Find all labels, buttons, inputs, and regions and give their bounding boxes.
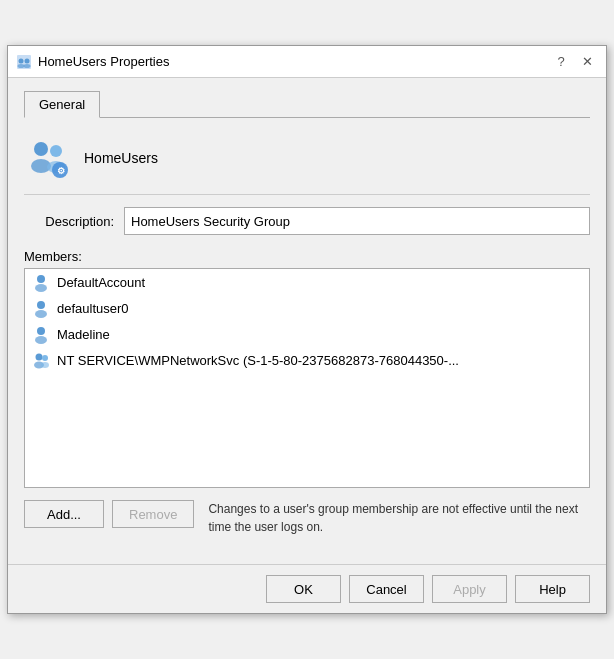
dialog-window: HomeUsers Properties ? ✕ General <box>7 45 607 614</box>
title-bar: HomeUsers Properties ? ✕ <box>8 46 606 78</box>
member-name: DefaultAccount <box>57 275 145 290</box>
svg-point-3 <box>18 64 25 68</box>
group-name: HomeUsers <box>84 150 158 166</box>
member-name: defaultuser0 <box>57 301 129 316</box>
dialog-body: General ⚙ HomeUsers Descriptio <box>8 78 606 564</box>
help-button[interactable]: ? <box>550 51 572 73</box>
user-icon <box>31 324 51 344</box>
svg-point-1 <box>19 58 24 63</box>
members-buttons: Add... Remove <box>24 500 194 528</box>
svg-point-7 <box>50 145 62 157</box>
members-controls: Add... Remove Changes to a user's group … <box>24 500 590 536</box>
svg-point-13 <box>37 301 45 309</box>
dialog-footer: OK Cancel Apply Help <box>8 564 606 613</box>
members-note: Changes to a user's group membership are… <box>208 500 590 536</box>
cancel-button[interactable]: Cancel <box>349 575 424 603</box>
svg-point-2 <box>25 58 30 63</box>
close-button[interactable]: ✕ <box>576 51 598 73</box>
member-name: Madeline <box>57 327 110 342</box>
svg-point-12 <box>35 284 47 292</box>
title-bar-left: HomeUsers Properties <box>16 54 170 70</box>
window-icon <box>16 54 32 70</box>
svg-point-16 <box>35 336 47 344</box>
list-item[interactable]: defaultuser0 <box>25 295 589 321</box>
window-title: HomeUsers Properties <box>38 54 170 69</box>
group-icon-container: ⚙ <box>24 134 72 182</box>
member-name: NT SERVICE\WMPNetworkSvc (S-1-5-80-23756… <box>57 353 459 368</box>
add-button[interactable]: Add... <box>24 500 104 528</box>
tab-general[interactable]: General <box>24 91 100 118</box>
service-icon <box>31 350 51 370</box>
svg-point-11 <box>37 275 45 283</box>
description-label: Description: <box>24 214 114 229</box>
group-icon: ⚙ <box>24 134 72 182</box>
group-header: ⚙ HomeUsers <box>24 134 590 195</box>
svg-point-4 <box>24 64 31 68</box>
apply-button[interactable]: Apply <box>432 575 507 603</box>
svg-point-5 <box>34 142 48 156</box>
svg-point-17 <box>36 354 43 361</box>
remove-button[interactable]: Remove <box>112 500 194 528</box>
user-icon <box>31 298 51 318</box>
svg-point-19 <box>42 355 48 361</box>
members-label: Members: <box>24 249 590 264</box>
members-list[interactable]: DefaultAccount defaultuser0 Madeline <box>24 268 590 488</box>
svg-point-14 <box>35 310 47 318</box>
svg-text:⚙: ⚙ <box>57 166 65 176</box>
list-item[interactable]: Madeline <box>25 321 589 347</box>
list-item[interactable]: DefaultAccount <box>25 269 589 295</box>
tab-bar: General <box>24 90 590 118</box>
ok-button[interactable]: OK <box>266 575 341 603</box>
svg-point-15 <box>37 327 45 335</box>
list-item[interactable]: NT SERVICE\WMPNetworkSvc (S-1-5-80-23756… <box>25 347 589 373</box>
user-icon <box>31 272 51 292</box>
svg-point-20 <box>41 362 49 368</box>
help-footer-button[interactable]: Help <box>515 575 590 603</box>
description-input[interactable] <box>124 207 590 235</box>
title-bar-controls: ? ✕ <box>550 51 598 73</box>
description-row: Description: <box>24 207 590 235</box>
